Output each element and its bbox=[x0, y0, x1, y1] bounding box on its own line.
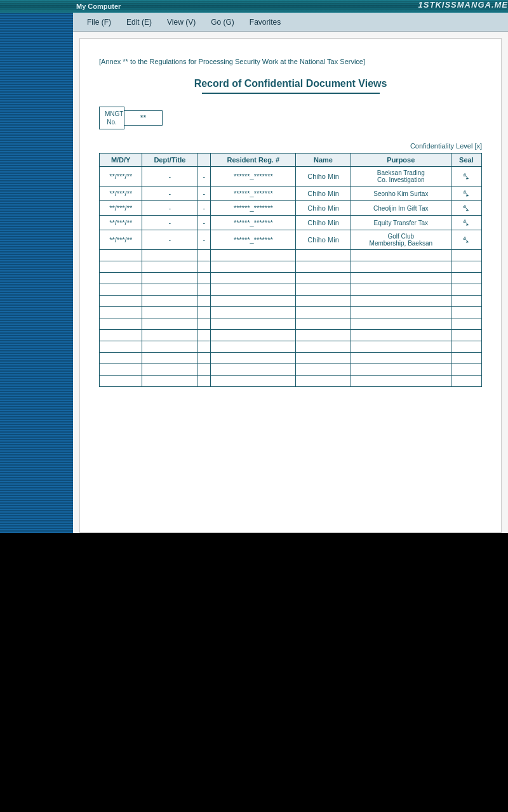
cell-dept: - bbox=[142, 230, 197, 250]
cell-regnum: ******_******* bbox=[211, 230, 296, 250]
doc-title: Record of Confidential Document Views bbox=[99, 78, 482, 89]
key-icon: 🗝 bbox=[460, 217, 472, 228]
window-title: My Computer bbox=[76, 3, 121, 10]
table-row-empty bbox=[100, 330, 482, 341]
menu-file[interactable]: File (F) bbox=[79, 15, 119, 29]
table-row-empty bbox=[100, 284, 482, 296]
cell-name: Chiho Min bbox=[296, 230, 351, 250]
cell-name: Chiho Min bbox=[296, 201, 351, 216]
mgmt-label: MNGTNo. bbox=[99, 107, 124, 129]
table-row: **/***/** - - ******_******* Chiho Min B… bbox=[100, 167, 482, 187]
cell-name: Chiho Min bbox=[296, 187, 351, 201]
cell-dept: - bbox=[142, 187, 197, 201]
black-bottom bbox=[0, 533, 508, 812]
annex-note: [Annex ** to the Regulations for Process… bbox=[99, 58, 482, 65]
table-row-empty bbox=[100, 296, 482, 307]
col-header-name: Name bbox=[296, 154, 351, 167]
cell-date: **/***/** bbox=[100, 216, 142, 230]
table-row-empty bbox=[100, 307, 482, 318]
col-header-purpose: Purpose bbox=[351, 154, 451, 167]
col-header-dept: Dept/Title bbox=[142, 154, 197, 167]
table-row-empty bbox=[100, 273, 482, 284]
cell-purpose: Baeksan TradingCo. Investigation bbox=[351, 167, 451, 187]
mgmt-value: ** bbox=[124, 110, 163, 126]
title-bar: My Computer 1STKISSMANGA.ME bbox=[0, 0, 508, 13]
cell-col3: - bbox=[197, 230, 211, 250]
col-header-seal: Seal bbox=[451, 154, 481, 167]
cell-regnum: ******_******* bbox=[211, 167, 296, 187]
doc-title-underline bbox=[202, 93, 380, 94]
cell-date: **/***/** bbox=[100, 230, 142, 250]
menu-edit[interactable]: Edit (E) bbox=[119, 15, 159, 29]
confidentiality-level: Confidentiality Level [x] bbox=[99, 142, 482, 150]
cell-regnum: ******_******* bbox=[211, 216, 296, 230]
cell-date: **/***/** bbox=[100, 167, 142, 187]
cell-col3: - bbox=[197, 167, 211, 187]
cell-col3: - bbox=[197, 201, 211, 216]
cell-seal: 🗝 bbox=[451, 230, 481, 250]
col-header-date: M/D/Y bbox=[100, 154, 142, 167]
table-row: **/***/** - - ******_******* Chiho Min E… bbox=[100, 216, 482, 230]
cell-seal: 🗝 bbox=[451, 201, 481, 216]
key-icon: 🗝 bbox=[460, 188, 472, 199]
cell-date: **/***/** bbox=[100, 187, 142, 201]
table-row-empty bbox=[100, 376, 482, 387]
table-row: **/***/** - - ******_******* Chiho Min C… bbox=[100, 201, 482, 216]
table-row-empty bbox=[100, 353, 482, 364]
sidebar bbox=[0, 0, 73, 533]
table-row-empty bbox=[100, 250, 482, 261]
menu-favorites[interactable]: Favorites bbox=[242, 15, 288, 29]
cell-purpose: Seonho Kim Surtax bbox=[351, 187, 451, 201]
table-row-empty bbox=[100, 318, 482, 330]
key-icon: 🗝 bbox=[460, 202, 472, 214]
col-header-3 bbox=[197, 154, 211, 167]
table-row-empty bbox=[100, 341, 482, 353]
menu-go[interactable]: Go (G) bbox=[203, 15, 242, 29]
menu-bar: File (F) Edit (E) View (V) Go (G) Favori… bbox=[73, 13, 508, 32]
cell-col3: - bbox=[197, 187, 211, 201]
cell-dept: - bbox=[142, 167, 197, 187]
watermark: 1STKISSMANGA.ME bbox=[418, 0, 508, 10]
cell-col3: - bbox=[197, 216, 211, 230]
cell-seal: 🗝 bbox=[451, 216, 481, 230]
key-icon: 🗝 bbox=[460, 234, 472, 246]
col-header-regnum: Resident Reg. # bbox=[211, 154, 296, 167]
records-table: M/D/Y Dept/Title Resident Reg. # Name Pu… bbox=[99, 153, 482, 387]
document: [Annex ** to the Regulations for Process… bbox=[79, 38, 502, 533]
cell-dept: - bbox=[142, 216, 197, 230]
cell-date: **/***/** bbox=[100, 201, 142, 216]
cell-regnum: ******_******* bbox=[211, 201, 296, 216]
cell-regnum: ******_******* bbox=[211, 187, 296, 201]
mgmt-row: MNGTNo. ** bbox=[99, 107, 482, 129]
cell-purpose: Golf ClubMembership, Baeksan bbox=[351, 230, 451, 250]
table-row: **/***/** - - ******_******* Chiho Min G… bbox=[100, 230, 482, 250]
table-row: **/***/** - - ******_******* Chiho Min S… bbox=[100, 187, 482, 201]
key-icon: 🗝 bbox=[460, 171, 472, 182]
cell-dept: - bbox=[142, 201, 197, 216]
table-row-empty bbox=[100, 261, 482, 273]
table-row-empty bbox=[100, 364, 482, 376]
cell-name: Chiho Min bbox=[296, 167, 351, 187]
menu-view[interactable]: View (V) bbox=[159, 15, 203, 29]
cell-purpose: Cheoljin Im Gift Tax bbox=[351, 201, 451, 216]
cell-name: Chiho Min bbox=[296, 216, 351, 230]
cell-seal: 🗝 bbox=[451, 167, 481, 187]
cell-seal: 🗝 bbox=[451, 187, 481, 201]
cell-purpose: Equity Transfer Tax bbox=[351, 216, 451, 230]
